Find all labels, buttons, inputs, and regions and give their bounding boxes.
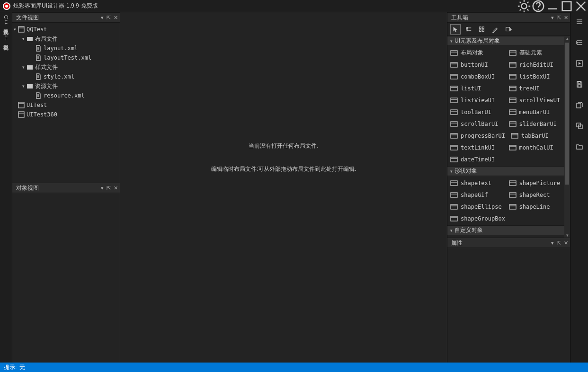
toolbox-item[interactable]: listUI xyxy=(447,82,506,94)
toolbox-item[interactable]: shapeText xyxy=(447,177,506,189)
control-icon xyxy=(509,97,517,104)
tree-folder[interactable]: ▾资源文件 xyxy=(12,81,120,91)
svg-rect-79 xyxy=(509,181,516,186)
svg-rect-20 xyxy=(27,84,33,89)
toolbox-panel-header[interactable]: 工具箱 ▾ ⇱ ✕ xyxy=(447,12,570,23)
toolbox-item[interactable]: sliderBarUI xyxy=(506,118,565,130)
toolbox-item[interactable]: shapeRect xyxy=(506,189,565,201)
control-icon xyxy=(450,204,458,210)
svg-rect-41 xyxy=(509,51,516,55)
panel-close-icon[interactable]: ✕ xyxy=(114,185,118,191)
toolbox-item[interactable]: scrollBarUI xyxy=(447,118,506,130)
editor-drop-area[interactable]: 当前没有打开任何布局文件. 编辑临时布局文件:可从外部拖动布局文件到此处打开编辑… xyxy=(120,12,447,363)
grid-tool-button[interactable] xyxy=(477,24,487,35)
panel-close-icon[interactable]: ✕ xyxy=(564,15,568,21)
toolbox-item[interactable]: richEditUI xyxy=(506,59,565,71)
tree-file[interactable]: ·layoutTest.xml xyxy=(12,53,120,62)
indent-icon[interactable] xyxy=(572,35,587,50)
control-icon xyxy=(450,144,458,151)
settings-icon[interactable] xyxy=(517,0,531,12)
svg-rect-61 xyxy=(509,110,516,115)
toolbox-item[interactable]: comboBoxUI xyxy=(447,71,506,82)
file-tree[interactable]: ▾QQTest▾布局文件·layout.xml·layoutTest.xml▾样… xyxy=(12,23,120,183)
help-icon[interactable] xyxy=(531,0,545,12)
dropdown-icon[interactable]: ▾ xyxy=(551,240,554,246)
svg-rect-89 xyxy=(451,216,457,221)
hamburger-icon[interactable] xyxy=(572,14,587,29)
file-view-panel-header[interactable]: 文件视图 ▾ ⇱ ✕ xyxy=(12,12,120,23)
toolbox-item[interactable]: shapeEllipse xyxy=(447,201,506,213)
toolbox-item[interactable]: buttonUI xyxy=(447,59,506,71)
control-icon xyxy=(450,121,458,127)
vtab-class-view[interactable]: C++类视图 xyxy=(1,29,10,43)
tree-folder[interactable]: ▾样式文件 xyxy=(12,62,120,72)
play-icon[interactable] xyxy=(572,56,587,71)
properties-panel-header[interactable]: 属性 ▾ ⇱ ✕ xyxy=(447,238,570,248)
file-icon xyxy=(35,73,42,80)
panel-close-icon[interactable]: ✕ xyxy=(564,240,568,246)
svg-rect-35 xyxy=(482,29,484,31)
close-button[interactable] xyxy=(574,0,588,12)
export-icon[interactable] xyxy=(572,118,587,133)
dropdown-icon[interactable]: ▾ xyxy=(551,15,554,21)
title-bar: 炫彩界面库UI设计器-1.9.9-免费版 xyxy=(0,0,588,12)
toolbox-title: 工具箱 xyxy=(451,14,468,22)
pin-icon[interactable]: ⇱ xyxy=(557,15,561,21)
toolbox-item[interactable]: 基础元素 xyxy=(506,47,565,59)
svg-rect-83 xyxy=(509,193,516,197)
toolbox-item[interactable]: shapeGif xyxy=(447,189,506,201)
toolbox-item[interactable]: shapeLine xyxy=(506,201,565,213)
toolbox-group-header[interactable]: ▾形状对象 xyxy=(447,166,564,176)
toolbox-scrollbar[interactable] xyxy=(564,36,570,238)
toolbox-item[interactable]: dateTimeUI xyxy=(447,153,506,165)
pin-icon[interactable]: ⇱ xyxy=(107,15,111,21)
tree-file[interactable]: ·layout.xml xyxy=(12,44,120,53)
editor-empty-message-2: 编辑临时布局文件:可从外部拖动布局文件到此处打开编辑. xyxy=(120,165,447,173)
toolbox-item[interactable]: monthCalUI xyxy=(506,142,565,153)
minimize-button[interactable] xyxy=(545,0,560,12)
pin-icon[interactable]: ⇱ xyxy=(107,185,111,191)
toolbox-item[interactable]: scrollViewUI xyxy=(506,94,565,106)
toolbox-item[interactable]: progressBarUI xyxy=(447,130,508,142)
toolbox-group-header[interactable]: ▾UI元素及布局对象 xyxy=(447,36,564,46)
vtab-file-view[interactable]: C++文件视图 xyxy=(1,13,10,27)
edit-tool-button[interactable] xyxy=(490,24,500,35)
toolbox-group-header[interactable]: ▾自定义对象 xyxy=(447,225,564,235)
cursor-tool-button[interactable] xyxy=(450,24,461,35)
new-tool-button[interactable] xyxy=(503,24,514,35)
control-icon xyxy=(509,50,517,56)
folder-icon[interactable] xyxy=(572,139,587,154)
object-view-panel-header[interactable]: 对象视图 ▾ ⇱ ✕ xyxy=(12,183,120,193)
toolbox-item[interactable]: listBoxUI xyxy=(506,71,565,82)
tree-project[interactable]: ·UITest xyxy=(12,100,120,110)
control-icon xyxy=(509,109,517,115)
toolbox-item[interactable]: tabBarUI xyxy=(508,130,564,142)
toolbox-item[interactable]: menuBarUI xyxy=(506,106,565,118)
toolbox-item[interactable]: toolBarUI xyxy=(447,106,506,118)
tree-folder[interactable]: ▾布局文件 xyxy=(12,34,120,44)
control-icon xyxy=(450,133,458,139)
toolbox-item[interactable]: treeUI xyxy=(506,82,565,94)
tree-project[interactable]: ▾QQTest xyxy=(12,25,120,34)
scrollbar-thumb[interactable] xyxy=(565,43,569,185)
toolbox-item[interactable]: 布局对象 xyxy=(447,47,506,59)
tree-file[interactable]: ·style.xml xyxy=(12,72,120,81)
toolbox-item[interactable]: shapePicture xyxy=(506,177,565,189)
editor-empty-message-1: 当前没有打开任何布局文件. xyxy=(120,142,447,150)
dropdown-icon[interactable]: ▾ xyxy=(101,15,104,21)
save-all-icon[interactable] xyxy=(572,97,587,113)
save-icon[interactable] xyxy=(572,77,587,92)
pin-icon[interactable]: ⇱ xyxy=(557,240,561,246)
tree-file[interactable]: ·resource.xml xyxy=(12,91,120,100)
list-tool-button[interactable] xyxy=(463,24,474,35)
toolbox-item[interactable]: textLinkUI xyxy=(447,142,506,153)
svg-rect-63 xyxy=(451,122,457,126)
toolbox-item[interactable]: shapeGroupBox xyxy=(447,213,508,224)
tree-project[interactable]: ·UITest360 xyxy=(12,110,120,119)
maximize-button[interactable] xyxy=(560,0,574,12)
object-view-title: 对象视图 xyxy=(16,184,39,192)
panel-close-icon[interactable]: ✕ xyxy=(114,15,118,21)
dropdown-icon[interactable]: ▾ xyxy=(101,185,104,191)
toolbox-item[interactable]: listViewUI xyxy=(447,94,506,106)
control-icon xyxy=(450,109,458,115)
